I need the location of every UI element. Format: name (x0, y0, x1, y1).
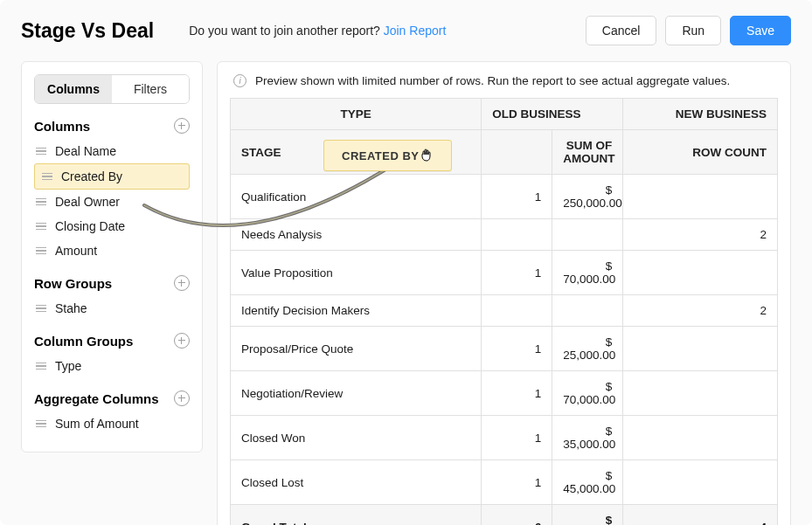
th-sum-of-amount: SUM OF AMOUNT (552, 130, 623, 175)
drag-handle-icon (36, 420, 46, 428)
cell-count: 1 (482, 251, 552, 295)
join-report-link[interactable]: Join Report (384, 24, 447, 38)
th-new-business: NEW BUSINESS (623, 99, 778, 130)
drag-handle-icon (42, 173, 52, 181)
cell-row-count (623, 175, 778, 219)
table-row: Negotiation/Review1$ 70,000.00 (231, 371, 778, 416)
cell-row-count: 2 (623, 295, 778, 327)
cell-sum: $ 70,000.00 (552, 371, 623, 416)
subtitle: Do you want to join another report? Join… (189, 24, 446, 38)
notice-text: Preview shown with limited number of row… (255, 74, 730, 87)
cell-grand-total-sum: $ 495,000.00 (552, 505, 623, 526)
cell-stage: Value Proposition (231, 251, 482, 295)
cell-sum (552, 295, 623, 327)
cell-grand-total-row-count: 4 (623, 505, 778, 526)
report-table: TYPE OLD BUSINESS NEW BUSINESS STAGE SUM… (230, 98, 778, 525)
section-column-groups-title: Column Groups (34, 334, 133, 349)
add-column-group-icon[interactable] (174, 333, 190, 349)
th-stage: STAGE (231, 130, 482, 175)
item-label: Sum of Amount (55, 417, 139, 431)
add-column-icon[interactable] (174, 118, 190, 134)
th-row-count: ROW COUNT (623, 130, 778, 175)
section-columns-title: Columns (34, 119, 90, 134)
section-aggregate-columns-title: Aggregate Columns (34, 391, 159, 406)
cell-stage: Qualification (231, 175, 482, 219)
cell-stage: Identify Decision Makers (231, 295, 482, 327)
section-columns: Columns Deal Name Created By Deal Owner (34, 118, 190, 263)
column-item-amount[interactable]: Amount (34, 238, 190, 263)
info-icon (233, 74, 246, 87)
cell-grand-total-count: 6 (482, 505, 552, 526)
tab-filters[interactable]: Filters (112, 75, 189, 103)
th-count (482, 130, 552, 175)
cell-count: 1 (482, 175, 552, 219)
cell-row-count (623, 371, 778, 416)
cancel-button[interactable]: Cancel (586, 16, 657, 45)
drag-handle-icon (36, 363, 46, 370)
cell-sum: $ 25,000.00 (552, 327, 623, 371)
column-group-item[interactable]: Type (34, 354, 190, 378)
th-old-business: OLD BUSINESS (482, 99, 623, 130)
item-label: Stahe (55, 301, 87, 315)
table-row: Needs Analysis2 (231, 219, 778, 251)
item-label: Amount (55, 244, 97, 258)
table-row: Proposal/Price Quote1$ 25,000.00 (231, 327, 778, 371)
column-item-deal-name[interactable]: Deal Name (34, 139, 190, 163)
section-column-groups: Column Groups Type (34, 333, 190, 378)
sidebar-tabs: Columns Filters (34, 74, 190, 104)
sidebar: Columns Filters Columns Deal Name Create… (21, 61, 203, 452)
preview-panel: Preview shown with limited number of row… (217, 61, 791, 525)
cell-row-count (623, 327, 778, 371)
cell-count (482, 219, 552, 251)
cell-grand-total-label: Grand Total (231, 505, 482, 526)
cell-count: 1 (482, 416, 552, 460)
item-label: Type (55, 359, 81, 373)
page-title: Stage Vs Deal (21, 19, 154, 43)
table-row: Qualification1$ 250,000.00 (231, 175, 778, 219)
tab-columns[interactable]: Columns (35, 75, 112, 103)
cell-stage: Closed Lost (231, 460, 482, 505)
section-row-groups: Row Groups Stahe (34, 275, 190, 321)
drag-handle-icon (36, 305, 46, 313)
cell-stage: Needs Analysis (231, 219, 482, 251)
column-item-closing-date[interactable]: Closing Date (34, 214, 190, 238)
cell-sum: $ 35,000.00 (552, 416, 623, 460)
table-row: Closed Won1$ 35,000.00 (231, 416, 778, 460)
cell-row-count: 2 (623, 219, 778, 251)
cell-count: 1 (482, 460, 552, 505)
cell-count: 1 (482, 371, 552, 416)
column-item-created-by[interactable]: Created By (34, 163, 190, 190)
cell-sum (552, 219, 623, 251)
item-label: Closing Date (55, 219, 125, 233)
cell-sum: $ 45,000.00 (552, 460, 623, 505)
drag-handle-icon (36, 148, 46, 155)
run-button[interactable]: Run (665, 16, 721, 45)
cell-stage: Negotiation/Review (231, 371, 482, 416)
aggregate-column-item[interactable]: Sum of Amount (34, 411, 190, 436)
table-row: Identify Decision Makers2 (231, 295, 778, 327)
cell-stage: Closed Won (231, 416, 482, 460)
row-group-item[interactable]: Stahe (34, 296, 190, 321)
item-label: Created By (61, 169, 122, 183)
add-row-group-icon[interactable] (174, 275, 190, 291)
cell-row-count (623, 251, 778, 295)
drag-handle-icon (36, 223, 46, 231)
cell-sum: $ 70,000.00 (552, 251, 623, 295)
cell-stage: Proposal/Price Quote (231, 327, 482, 371)
drag-handle-icon (36, 247, 46, 255)
drag-handle-icon (36, 198, 46, 206)
section-aggregate-columns: Aggregate Columns Sum of Amount (34, 390, 190, 436)
cell-row-count (623, 460, 778, 505)
item-label: Deal Name (55, 144, 116, 158)
add-aggregate-column-icon[interactable] (174, 390, 190, 406)
table-row: Closed Lost1$ 45,000.00 (231, 460, 778, 505)
th-type: TYPE (231, 99, 482, 130)
item-label: Deal Owner (55, 195, 120, 209)
save-button[interactable]: Save (730, 16, 791, 45)
cell-row-count (623, 416, 778, 460)
cell-count: 1 (482, 327, 552, 371)
subtitle-text: Do you want to join another report? (189, 24, 384, 38)
preview-notice: Preview shown with limited number of row… (230, 74, 778, 87)
column-item-deal-owner[interactable]: Deal Owner (34, 190, 190, 214)
grand-total-row: Grand Total6$ 495,000.004 (231, 505, 778, 526)
